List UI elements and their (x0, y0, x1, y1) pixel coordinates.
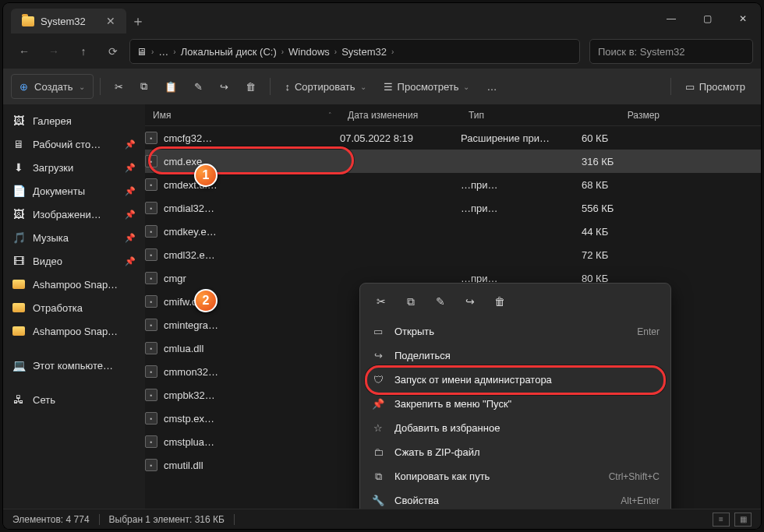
status-count: Элементов: 4 774 (12, 514, 90, 525)
sidebar-icon: 🖼 (12, 208, 25, 220)
file-size: 44 КБ (582, 226, 667, 238)
create-button[interactable]: ⊕Создать⌄ (11, 74, 94, 99)
crumb-1[interactable]: Windows (288, 46, 330, 58)
ctx-delete-icon[interactable]: 🗑 (486, 290, 513, 313)
delete-button[interactable]: 🗑 (238, 74, 264, 99)
context-item[interactable]: ☆Добавить в избранное (360, 416, 670, 440)
tab-title: System32 (41, 16, 86, 27)
crumb-0[interactable]: Локальный диск (C:) (181, 46, 277, 58)
file-row[interactable]: ▪cmd.exe316 КБ (145, 150, 761, 173)
preview-button[interactable]: ▭ Просмотр (677, 74, 753, 99)
sidebar-item[interactable]: Отработка (3, 296, 145, 319)
file-name: cmdl32.e… (164, 249, 215, 261)
context-icon: 🔧 (371, 495, 385, 506)
sidebar-icon: 💻 (12, 359, 25, 372)
search-input[interactable]: Поиск в: System32 (589, 39, 753, 64)
context-icon: ▭ (371, 326, 385, 337)
address-bar[interactable]: 🖥› …› Локальный диск (C:)› Windows› Syst… (129, 39, 580, 64)
file-icon: ▪ (145, 225, 157, 238)
sidebar-item[interactable]: Ashampoo Snap… (3, 273, 145, 296)
annotation-badge-2: 2 (194, 289, 218, 312)
paste-button[interactable]: 📋 (157, 74, 185, 99)
sidebar-item[interactable]: 🎵Музыка📌 (3, 226, 145, 249)
context-icon: ⧉ (371, 470, 385, 483)
file-name: cmutil.dll (164, 460, 203, 471)
file-icon: ▪ (145, 155, 157, 167)
back-button[interactable]: ← (11, 39, 37, 64)
rename-button[interactable]: ✎ (186, 74, 210, 99)
context-item[interactable]: ↪Поделиться (360, 344, 670, 368)
file-date: 07.05.2022 8:19 (340, 132, 461, 144)
context-item[interactable]: ⧉Копировать как путьCtrl+Shift+C (360, 464, 670, 488)
context-item[interactable]: 📌Закрепить в меню "Пуск" (360, 392, 670, 416)
file-icon: ▪ (145, 248, 157, 261)
crumb-2[interactable]: System32 (341, 46, 387, 58)
sort-button[interactable]: ↕ Сортировать ⌄ (277, 74, 373, 99)
sidebar: 🖼Галерея🖥Рабочий сто…📌⬇Загрузки📌📄Докумен… (3, 104, 145, 509)
context-item[interactable]: 🛡Запуск от имени администратора (360, 368, 670, 392)
tab-active[interactable]: System32 ✕ (11, 9, 126, 33)
sidebar-icon: 📄 (12, 185, 25, 197)
file-size: 68 КБ (582, 179, 667, 191)
sidebar-item[interactable]: 💻Этот компьюте… (3, 354, 145, 377)
sidebar-item[interactable]: 📄Документы📌 (3, 179, 145, 203)
sidebar-label: Документы (33, 185, 85, 197)
file-size: 556 КБ (582, 203, 667, 214)
more-button[interactable]: … (479, 74, 504, 99)
sidebar-item[interactable]: Ashampoo Snap… (3, 319, 145, 343)
tab-close-icon[interactable]: ✕ (106, 15, 115, 27)
sidebar-icon (12, 301, 25, 314)
file-icon: ▪ (145, 412, 157, 425)
file-name: cmgr (164, 273, 186, 284)
file-name: cmcfg32… (164, 132, 212, 144)
file-icon: ▪ (145, 342, 157, 354)
ctx-cut-icon[interactable]: ✂ (368, 290, 394, 313)
folder-icon (22, 16, 34, 26)
file-row[interactable]: ▪cmdl32.e…72 КБ (145, 243, 761, 266)
column-headers[interactable]: Имя ˄ Дата изменения Тип Размер (145, 104, 761, 126)
copy-button[interactable]: ⧉ (133, 74, 155, 99)
context-label: Открыть (394, 326, 434, 337)
overflow-icon[interactable]: … (158, 46, 168, 58)
maximize-button[interactable]: ▢ (689, 3, 725, 34)
status-selected: Выбран 1 элемент: 316 КБ (109, 514, 225, 525)
ctx-share-icon[interactable]: ↪ (457, 290, 483, 313)
file-list: Имя ˄ Дата изменения Тип Размер ▪cmcfg32… (145, 104, 761, 509)
thumbs-view-icon[interactable]: ▦ (734, 513, 752, 527)
file-size: 60 КБ (582, 132, 667, 144)
file-row[interactable]: ▪cmdkey.e…44 КБ (145, 220, 761, 243)
ctx-rename-icon[interactable]: ✎ (427, 290, 454, 313)
context-icon-row: ✂ ⧉ ✎ ↪ 🗑 (360, 284, 670, 319)
context-shortcut: Alt+Enter (621, 495, 660, 506)
minimize-button[interactable]: ― (653, 3, 689, 34)
context-item[interactable]: 🗀Сжать в ZIP-файл (360, 440, 670, 464)
context-item[interactable]: ▭ОткрытьEnter (360, 319, 670, 344)
sidebar-item[interactable]: ⬇Загрузки📌 (3, 156, 145, 179)
sidebar-item[interactable]: 🖧Сеть (3, 388, 145, 411)
sidebar-icon: ⬇ (12, 161, 25, 174)
share-button[interactable]: ↪ (212, 74, 236, 99)
ctx-copy-icon[interactable]: ⧉ (398, 290, 424, 313)
annotation-badge-1: 1 (194, 164, 218, 187)
close-button[interactable]: ✕ (725, 3, 761, 34)
sidebar-item[interactable]: 🖥Рабочий сто…📌 (3, 132, 145, 156)
window-controls: ― ▢ ✕ (653, 3, 761, 34)
file-icon: ▪ (145, 272, 157, 284)
file-name: cmintegra… (164, 319, 218, 331)
sidebar-item[interactable]: 🎞Видео📌 (3, 249, 145, 273)
new-tab-button[interactable]: ＋ (126, 12, 150, 30)
details-view-icon[interactable]: ≡ (713, 513, 730, 527)
view-button[interactable]: ☰ Просмотреть ⌄ (376, 74, 478, 99)
context-label: Свойства (394, 495, 439, 506)
context-item[interactable]: 🔧СвойстваAlt+Enter (360, 488, 670, 509)
file-row[interactable]: ▪cmdial32……при…556 КБ (145, 196, 761, 220)
up-button[interactable]: ↑ (70, 39, 97, 64)
file-row[interactable]: ▪cmcfg32…07.05.2022 8:19Расширение при…6… (145, 126, 761, 150)
sidebar-item[interactable]: 🖼Галерея (3, 109, 145, 132)
refresh-button[interactable]: ⟳ (100, 39, 126, 64)
file-name: cmdkey.e… (164, 226, 217, 238)
context-menu: ✂ ⧉ ✎ ↪ 🗑 ▭ОткрытьEnter↪Поделиться🛡Запус… (359, 283, 671, 509)
file-row[interactable]: ▪cmdext.dl……при…68 КБ (145, 173, 761, 196)
cut-button[interactable]: ✂ (107, 74, 131, 99)
sidebar-item[interactable]: 🖼Изображени…📌 (3, 203, 145, 226)
